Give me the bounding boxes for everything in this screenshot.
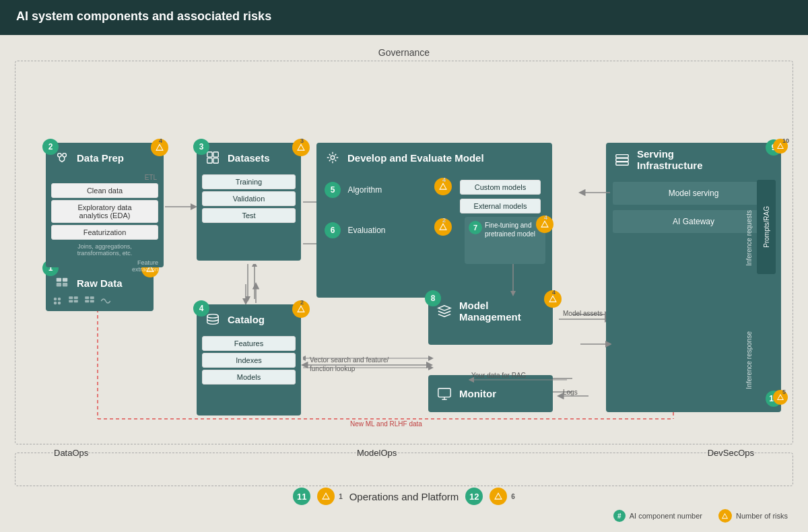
svg-marker-75: [252, 264, 257, 267]
catalog-title: Catalog: [228, 314, 265, 325]
inference-req-arrow: [578, 189, 611, 197]
svg-rect-58: [616, 155, 628, 158]
data-prep-box: Data Prep ETL Clean data Exploratory dat…: [46, 143, 164, 267]
svg-marker-66: [428, 356, 434, 361]
serving-title2: Infrastructure: [637, 160, 703, 171]
svg-line-44: [62, 160, 65, 162]
svg-point-40: [63, 154, 67, 158]
badge-ops-risks1: [317, 488, 335, 505]
svg-marker-69: [428, 365, 434, 370]
serving-icon: [613, 150, 632, 169]
badge-6: 6: [325, 222, 341, 238]
serving-box: Serving Infrastructure Model serving AI …: [606, 143, 781, 412]
model-assets-arrow: [559, 314, 613, 324]
legend-green-badge: #: [613, 510, 626, 522]
page-title: AI system components and associated risk…: [16, 9, 271, 23]
governance-label: Governance: [0, 47, 808, 58]
models-item: Models: [202, 370, 296, 385]
ops-platform-label: Operations and Platform: [349, 491, 459, 502]
svg-rect-33: [69, 300, 73, 303]
eda-item: Exploratory dataanalytics (EDA): [51, 200, 158, 223]
svg-rect-45: [207, 152, 212, 157]
ft-to-mm-arrow: [506, 264, 520, 298]
vector-search-arrows: [303, 353, 434, 373]
svg-rect-26: [63, 283, 67, 287]
badge-8: 8: [425, 290, 441, 306]
modelops-label: ModelOps: [357, 448, 397, 458]
raw-data-title: Raw Data: [77, 277, 123, 289]
finetuning-label: Fine-tuning and pretrained model: [485, 221, 541, 238]
badge-5: 5: [325, 182, 341, 198]
rag-arrow: [467, 376, 568, 384]
badge-11: 11: [293, 488, 310, 505]
svg-point-49: [207, 314, 219, 319]
svg-rect-32: [74, 296, 78, 299]
legend-risks: Number of risks: [718, 509, 788, 523]
svg-rect-59: [616, 158, 628, 162]
svg-rect-23: [57, 278, 61, 282]
data-prep-title: Data Prep: [77, 152, 124, 164]
datasets-box: Datasets Training Validation Test: [197, 143, 301, 261]
svg-marker-67: [303, 356, 306, 361]
svg-rect-48: [213, 158, 218, 163]
svg-rect-24: [63, 278, 67, 282]
main-canvas: Governance: [0, 35, 808, 532]
svg-rect-53: [438, 388, 450, 397]
svg-point-39: [58, 154, 62, 158]
algorithm-label: Algorithm: [347, 185, 382, 195]
devsecops-label: DevSecOps: [708, 448, 754, 458]
custom-models-item: Custom models: [460, 180, 541, 195]
training-item: Training: [202, 174, 296, 189]
legend: # AI component number Number of risks: [613, 509, 788, 523]
legend-component: # AI component number: [613, 510, 702, 522]
develop-icon: [323, 148, 342, 167]
features-item: Features: [202, 336, 296, 351]
svg-marker-73: [245, 296, 250, 302]
svg-rect-31: [69, 296, 73, 299]
dataops-label: DataOps: [54, 448, 88, 458]
svg-rect-36: [90, 296, 94, 299]
badge-2: 2: [42, 139, 59, 155]
featurization-item: Featurization: [51, 225, 158, 240]
evaluation-label: Evaluation: [347, 226, 385, 235]
svg-rect-46: [213, 152, 218, 157]
monitor-icon: [435, 385, 454, 403]
badge-ops-risks2: [490, 488, 507, 505]
badge-4: 4: [193, 300, 209, 317]
badge-3: 3: [193, 139, 209, 155]
ops-risks1-num: 1: [339, 493, 343, 500]
monitor-title: Monitor: [459, 388, 496, 399]
svg-rect-37: [85, 300, 89, 303]
clean-data-item: Clean data: [51, 183, 158, 198]
svg-point-27: [54, 298, 57, 301]
model-mgmt-title: Model: [459, 300, 521, 311]
external-models-item: External models: [460, 199, 541, 213]
svg-line-43: [59, 160, 62, 162]
prompts-rag-bar: Prompts/RAG: [757, 180, 776, 274]
datasets-title: Datasets: [228, 152, 270, 164]
indexes-item: Indexes: [202, 353, 296, 368]
svg-point-30: [58, 302, 61, 305]
model-mgmt-title2: Management: [459, 311, 521, 323]
inference-resp-arrow: [578, 340, 611, 348]
svg-rect-38: [90, 300, 94, 303]
serving-title1: Serving: [637, 148, 703, 160]
header: AI system components and associated risk…: [0, 0, 808, 35]
svg-rect-35: [85, 296, 89, 299]
svg-point-50: [331, 156, 335, 160]
svg-point-29: [54, 302, 57, 305]
test-item: Test: [202, 208, 296, 223]
finetuning-box: 7 Fine-tuning and pretrained model: [465, 217, 545, 264]
ops-section: [15, 453, 793, 486]
svg-marker-77: [510, 291, 516, 296]
catalog-box: Catalog Features Indexes Models: [197, 304, 301, 415]
model-serving-item: Model serving: [613, 182, 774, 205]
etl-label: ETL: [46, 174, 164, 181]
logs-arrow: [556, 392, 590, 400]
validation-item: Validation: [202, 191, 296, 206]
raw-data-icon: [53, 273, 71, 292]
ds-to-catalog-arrow: [241, 264, 261, 304]
svg-point-28: [58, 298, 61, 301]
inference-requests-label: Inference requests: [745, 210, 753, 266]
ops-platform-row: 11 1 Operations and Platform 12 6: [0, 488, 808, 505]
